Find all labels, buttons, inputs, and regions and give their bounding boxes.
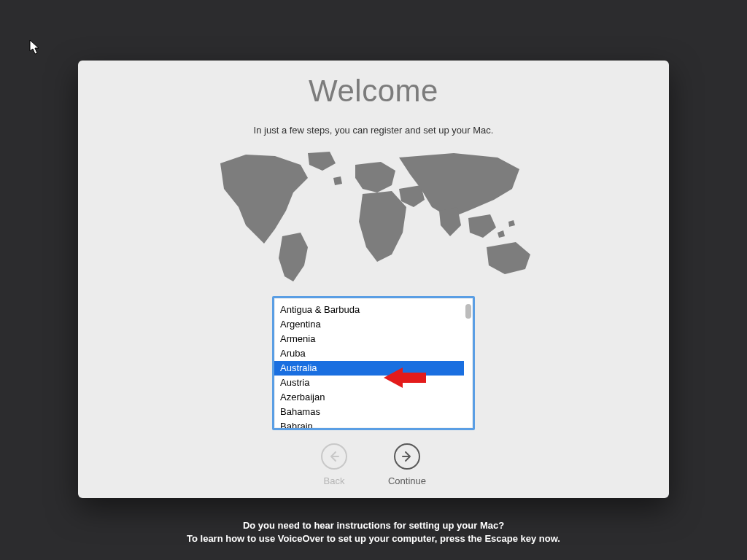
country-option[interactable]: Bahamas xyxy=(274,405,464,419)
country-option[interactable]: Azerbaijan xyxy=(274,390,464,405)
listbox-scrollbar[interactable] xyxy=(465,300,471,427)
country-option[interactable]: Bahrain xyxy=(274,419,464,428)
back-label: Back xyxy=(324,475,345,486)
continue-label: Continue xyxy=(388,475,426,486)
scrollbar-thumb[interactable] xyxy=(465,304,471,319)
desktop-background: Welcome In just a few steps, you can reg… xyxy=(0,0,747,560)
page-subtitle: In just a few steps, you can register an… xyxy=(78,125,669,136)
setup-assistant-window: Welcome In just a few steps, you can reg… xyxy=(78,61,669,498)
voiceover-line1: Do you need to hear instructions for set… xyxy=(0,519,747,532)
country-option[interactable]: Aruba xyxy=(274,346,464,361)
country-option[interactable]: Antigua & Barbuda xyxy=(274,303,464,317)
country-option[interactable]: Armenia xyxy=(274,332,464,346)
back-button: Back xyxy=(321,443,347,486)
page-title: Welcome xyxy=(78,74,669,109)
country-option[interactable]: Australia xyxy=(274,361,464,376)
voiceover-prompt: Do you need to hear instructions for set… xyxy=(0,519,747,545)
world-map-image xyxy=(206,149,541,287)
continue-button[interactable]: Continue xyxy=(388,443,426,486)
country-option[interactable]: Austria xyxy=(274,376,464,390)
mouse-cursor-icon xyxy=(29,39,41,55)
arrow-left-icon xyxy=(321,443,347,470)
voiceover-line2: To learn how to use VoiceOver to set up … xyxy=(0,532,747,545)
country-listbox[interactable]: AntarcticaAntigua & BarbudaArgentinaArme… xyxy=(272,296,475,430)
arrow-right-icon xyxy=(394,443,420,470)
country-option[interactable]: Argentina xyxy=(274,317,464,332)
navigation-buttons: Back Continue xyxy=(78,443,669,486)
